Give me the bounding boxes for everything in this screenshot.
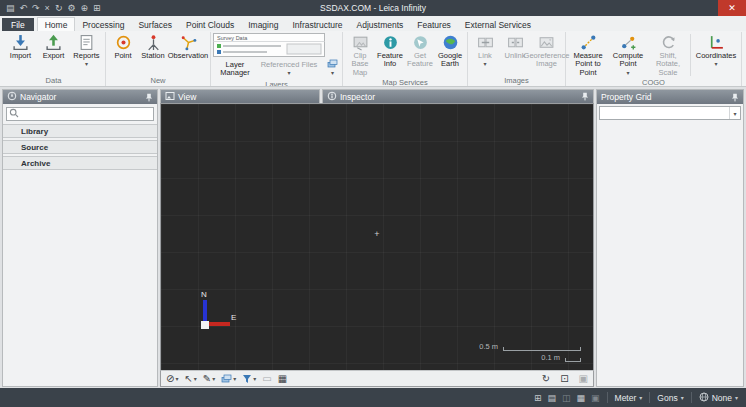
zoom-extents-button[interactable]: ⊡ [559, 374, 569, 384]
pin-icon[interactable]: ⊕ [81, 0, 89, 16]
feature-info-button[interactable]: Feature Info [375, 33, 405, 69]
point-icon [115, 34, 132, 51]
pin-icon[interactable] [145, 93, 153, 102]
tab-external-services[interactable]: External Services [458, 18, 538, 31]
angle-unit-dropdown[interactable]: Gons ▾ [657, 393, 683, 403]
pen-icon: ✎ [203, 374, 211, 384]
layout-icon[interactable]: ⊞ [93, 0, 101, 16]
tab-file[interactable]: File [2, 18, 34, 31]
unit-label: Meter [615, 393, 637, 403]
get-feature-button[interactable]: Get Feature [405, 33, 435, 69]
tab-infrastructure[interactable]: Infrastructure [285, 18, 349, 31]
save-icon[interactable]: ▤ [6, 0, 15, 16]
layers-dropdown-button[interactable]: ▾ [325, 33, 340, 79]
clip-base-map-icon [352, 34, 369, 51]
inspector-header[interactable]: Inspector [322, 89, 594, 103]
refresh-icon[interactable]: ↻ [55, 0, 63, 16]
observation-icon [180, 34, 197, 51]
tab-processing[interactable]: Processing [75, 18, 131, 31]
navigator-item-archive[interactable]: Archive [3, 156, 157, 170]
tab-adjustments[interactable]: Adjustments [350, 18, 411, 31]
import-button[interactable]: Import [4, 33, 37, 60]
compute-point-button[interactable]: Compute Point ▾ [608, 33, 648, 76]
navigator-header: Navigator [3, 90, 157, 104]
ribbon-group-new: Point Station Observation New [106, 32, 211, 86]
navigator-item-library[interactable]: Library [3, 124, 157, 138]
layers-visibility-button[interactable]: ▾ [220, 374, 237, 383]
tab-point-clouds[interactable]: Point Clouds [179, 18, 241, 31]
link-button[interactable]: Link ▾ [470, 33, 500, 67]
filter-tool-button[interactable]: ▾ [241, 374, 257, 384]
compute-point-label: Compute Point [608, 52, 648, 69]
status-grid-icon[interactable]: ⊞ [534, 393, 542, 403]
observation-button[interactable]: Observation [168, 33, 208, 60]
clip-base-map-label: Clip Base Map [345, 52, 375, 77]
station-label: Station [141, 52, 164, 60]
georeference-image-button[interactable]: Georeference Image [530, 33, 563, 69]
clip-base-map-button[interactable]: Clip Base Map [345, 33, 375, 77]
window-title: SSDAX.COM - Leica Infinity [0, 0, 746, 16]
get-feature-icon [412, 34, 429, 51]
ribbon-group-cogo: Measure Point to Point Compute Point ▾ S… [566, 32, 742, 86]
undo-icon[interactable]: ↶ [20, 0, 28, 16]
link-image-icon [477, 34, 494, 51]
shift-rotate-scale-label: Shift, Rotate, Scale [648, 52, 688, 77]
status-table-icon[interactable]: ▦ [577, 393, 586, 403]
crs-dropdown[interactable]: None ▾ [699, 392, 738, 404]
chevron-down-icon: ▾ [194, 376, 197, 382]
chevron-down-icon: ▾ [714, 61, 717, 67]
pin-icon[interactable] [731, 93, 739, 102]
snap-toggle-button[interactable]: ⊘▾ [165, 374, 179, 384]
reports-button[interactable]: Reports ▾ [70, 33, 103, 67]
settings-icon[interactable]: ⚙ [67, 0, 75, 16]
grid-toggle-button[interactable]: ▦ [277, 374, 288, 384]
status-cells-icon[interactable]: ▣ [591, 393, 600, 403]
chevron-down-icon: ▾ [483, 61, 486, 67]
measure-point-to-point-button[interactable]: Measure Point to Point [568, 33, 608, 77]
delete-icon[interactable]: × [45, 0, 50, 16]
tab-features[interactable]: Features [410, 18, 458, 31]
unit-dropdown[interactable]: Meter ▾ [615, 393, 643, 403]
measure-tool-button[interactable]: ▭ [261, 374, 272, 384]
google-earth-button[interactable]: Google Earth [435, 33, 465, 69]
view-toolbar: ⊘▾ ↖▾ ✎▾ ▾ ▾ ▭ ▦ ↻ ⊡ ▣ [160, 370, 594, 387]
observation-label: Observation [168, 52, 208, 60]
ribbon-group-map-services: Clip Base Map Feature Info Get Feature G… [343, 32, 468, 86]
pin-icon[interactable] [581, 92, 589, 101]
tab-surfaces[interactable]: Surfaces [131, 18, 179, 31]
snap-icon: ⊘ [166, 374, 174, 384]
scale-major-line [503, 347, 581, 351]
referenced-files-button[interactable]: Referenced Files ▾ [257, 60, 321, 79]
statusbar-divider [691, 392, 692, 403]
point-button[interactable]: Point [108, 33, 138, 60]
map-view-canvas[interactable]: + N E 0.5 m 0.1 m [160, 103, 594, 370]
chevron-down-icon: ▾ [212, 376, 215, 382]
inspector-title: Inspector [340, 92, 375, 102]
status-list-icon[interactable]: ▤ [548, 393, 557, 403]
station-button[interactable]: Station [138, 33, 168, 60]
select-tool-button[interactable]: ↖▾ [183, 374, 197, 384]
capture-view-button[interactable]: ▣ [578, 374, 589, 384]
group-label-layers: Layers [213, 79, 340, 88]
export-button[interactable]: Export [37, 33, 70, 60]
reset-rotation-button[interactable]: ↻ [541, 374, 551, 384]
statusbar-divider [649, 392, 650, 403]
shift-rotate-scale-button[interactable]: Shift, Rotate, Scale [648, 33, 688, 77]
style-tool-button[interactable]: ✎▾ [202, 374, 216, 384]
property-selector-dropdown[interactable]: ▾ [599, 106, 741, 120]
measure-point-to-point-label: Measure Point to Point [568, 52, 608, 77]
coordinates-button[interactable]: Coordinates ▾ [693, 33, 739, 67]
scale-minor-line [565, 358, 581, 362]
window-controls: ✕ [718, 0, 746, 16]
navigator-item-source[interactable]: Source [3, 140, 157, 154]
tab-imaging[interactable]: Imaging [241, 18, 285, 31]
status-columns-icon[interactable]: ◫ [562, 393, 571, 403]
close-button[interactable]: ✕ [718, 0, 746, 16]
layer-manager-button[interactable]: Layer Manager [213, 60, 257, 79]
view-header[interactable]: View [160, 89, 320, 103]
search-input[interactable] [21, 110, 151, 119]
tab-home[interactable]: Home [37, 17, 76, 31]
navigator-search [6, 107, 154, 121]
select-arrow-icon: ↖ [184, 374, 192, 384]
redo-icon[interactable]: ↷ [32, 0, 40, 16]
